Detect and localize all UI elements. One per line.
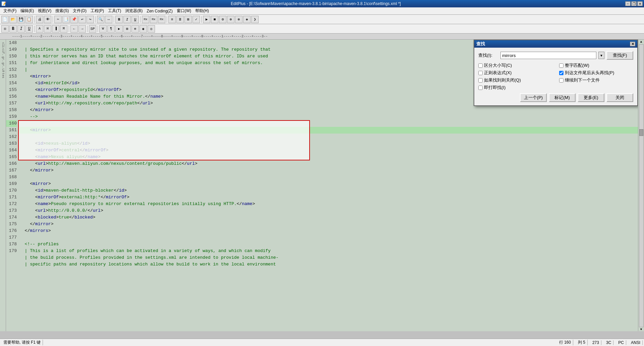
scroll-down-btn[interactable]: ▼ [640,328,642,331]
sidebar-icon-gr[interactable]: gr. [1,56,5,62]
tb-misc4[interactable]: ◈ [243,16,251,23]
check-close-label: 如果找到则关闭(Q) [484,77,521,83]
menu-help[interactable]: 帮助(H) [193,7,211,14]
tb-check[interactable]: ✓ [193,16,200,23]
tb-save[interactable]: 💾 [17,16,25,23]
tb-copy[interactable]: 📑 [62,16,70,23]
menu-file[interactable]: 文件(F) [1,7,18,14]
tb2-btn1[interactable]: ⊡ [1,25,9,33]
tb2-stop2[interactable]: ⊠ [123,25,131,33]
tb2-word[interactable]: W [99,25,107,33]
scroll-thumb[interactable] [639,129,643,136]
tb-italic[interactable]: I [123,16,131,23]
tb-find[interactable]: 🔍 [97,16,104,23]
tb-undo[interactable]: ↩ [78,16,86,23]
tb-misc3[interactable]: ⊗ [235,16,243,23]
checkbox-close[interactable] [478,78,483,83]
tb-new[interactable]: 📄 [1,16,9,23]
tb-replace[interactable]: ↔ [105,16,112,23]
scroll-up-btn[interactable]: ▲ [640,40,642,44]
restore-btn[interactable]: ❐ [631,1,637,6]
tb-list[interactable]: ≡ [168,16,176,23]
checkbox-wrap[interactable] [559,71,564,75]
sidebar-icon-cif[interactable]: cif. [1,48,5,56]
more-button[interactable]: 更多(E) [578,93,604,102]
tb-stop[interactable]: ■ [211,16,218,23]
scroll-track[interactable] [639,44,644,327]
tb2-color[interactable]: A [36,25,43,33]
dialog-body: 查找(I): ▼ 查找(F) 区分大小写(C) [474,48,637,105]
tb-print-prev[interactable]: 👁 [44,16,51,23]
menu-project[interactable]: 工程(P) [89,7,106,14]
tb2-ext2[interactable]: ◎ [148,25,155,33]
minimize-btn[interactable]: − [625,1,631,6]
check-whole: 整字匹配(W) [559,62,633,68]
sep-t2-3 [87,26,88,32]
checkbox-whole[interactable] [559,63,564,68]
tb2-highlight[interactable]: H [44,25,51,33]
tb-run[interactable]: ▶ [203,16,210,23]
tb-h2[interactable]: Hx [150,16,157,23]
tb-h3[interactable]: Hx [158,16,165,23]
tb-print[interactable]: 🖨 [36,16,43,23]
sidebar-icon-gr2[interactable]: gr. [1,62,5,68]
checkbox-case[interactable] [478,63,483,68]
tb2-cfg[interactable]: ⊕ [131,25,139,33]
menu-view[interactable]: 视图(V) [36,7,53,14]
tb-misc1[interactable]: ⚙ [219,16,226,23]
menu-search[interactable]: 搜索(S) [53,7,71,14]
search-dropdown-btn[interactable]: ▼ [598,52,604,59]
tb-save-all[interactable]: 📋 [25,16,33,23]
tb-h1[interactable]: Hx [142,16,149,23]
tb2-mark[interactable]: M [60,25,67,33]
menu-document[interactable]: 文件(D) [71,7,89,14]
checkbox-continue[interactable] [559,78,564,83]
tb-redo[interactable]: ↪ [87,16,94,23]
sidebar-icon-lr[interactable]: LR [1,68,5,72]
check-continue: 继续到下一个文件 [559,77,633,83]
search-input[interactable] [500,52,596,59]
title-bar: 📝 EditPlus - [E:\Sofware\Maven\apache-ma… [0,0,644,7]
checkbox-live[interactable] [478,86,483,90]
tb-bold[interactable]: B [115,16,123,23]
tb-align[interactable]: ⊞ [184,16,192,23]
menu-tools[interactable]: 工具(T) [106,7,123,14]
sidebar-icon-clip[interactable]: cli [1,42,5,48]
code-wrapper[interactable]: | Specifies a repository mirror site to … [18,40,638,331]
sep-t2-1 [34,26,35,32]
tb2-underline[interactable]: U [25,25,33,33]
tb2-italic[interactable]: I [17,25,25,33]
sidebar-icon-tes[interactable]: tes [1,73,5,78]
checkbox-regex[interactable] [478,71,483,75]
menu-zen[interactable]: Zen Coding(Z) [145,8,174,14]
tb2-next[interactable]: → [78,25,86,33]
find-button[interactable]: 查找(F) [606,51,633,60]
tb-olist[interactable]: ≣ [176,16,184,23]
code-area: 148 149 150 151 152 153 154 155 156 157 … [6,40,638,331]
tb-underline[interactable]: U [131,16,139,23]
tb-paste[interactable]: 📌 [70,16,78,23]
tb2-block[interactable]: ▐ [52,25,59,33]
close-dialog-button[interactable]: 关闭 [606,93,633,102]
tb-misc2[interactable]: ⊕ [227,16,234,23]
mark-button[interactable]: 标记(M) [549,93,576,102]
tb2-para[interactable]: ¶ [107,25,115,33]
close-btn[interactable]: ✕ [637,1,643,6]
check-continue-label: 继续到下一个文件 [565,77,600,83]
tb-misc5[interactable]: ❯ [251,16,259,23]
tb2-misc[interactable]: SP [89,25,96,33]
bottom-bar: 📄 settings.xml * ✕ 需要帮助, 请按 F1 键 行 160 列… [0,339,644,346]
dialog-title: 查找 [476,41,485,47]
menu-edit[interactable]: 编辑(E) [18,7,36,14]
tb2-run2[interactable]: ▶ [115,25,123,33]
left-sidebar: cli cif. gr. gr. LR tes [0,40,6,331]
prev-button[interactable]: 上一个(P) [520,93,547,102]
tb-cut[interactable]: ✂ [54,16,62,23]
tb2-prev[interactable]: ← [70,25,78,33]
dialog-close-icon[interactable]: ✕ [630,42,635,46]
menu-browser[interactable]: 浏览器(B) [123,7,145,14]
menu-window[interactable]: 窗口(W) [175,7,193,14]
tb-open[interactable]: 📂 [9,16,17,23]
tb2-bold[interactable]: B [9,25,17,33]
tb2-ext1[interactable]: ◉ [140,25,147,33]
